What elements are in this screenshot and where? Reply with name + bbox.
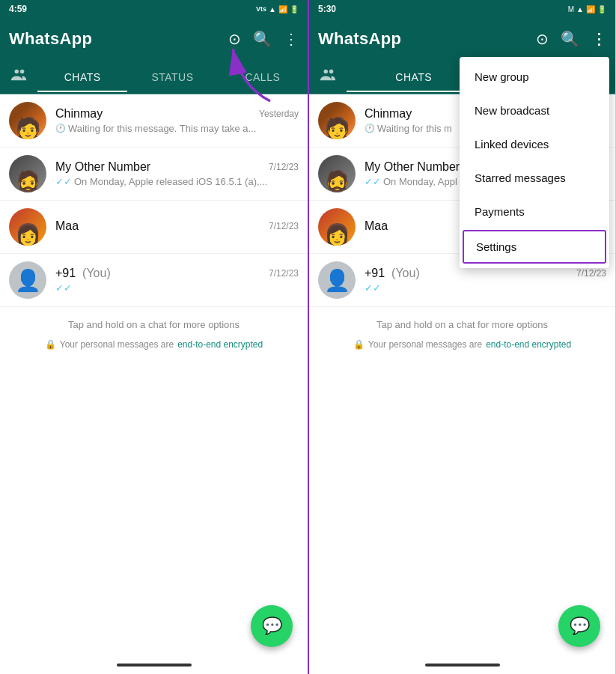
- status-bar-left: 4:59 Vts ▲ 📶 🔋: [0, 0, 308, 18]
- chat-preview-other-left: ✓✓ On Monday, Apple released iOS 16.5.1 …: [55, 176, 299, 187]
- chat-info-chinmay-left: Chinmay Yesterday 🕐 Waiting for this mes…: [55, 107, 299, 134]
- more-options-icon[interactable]: ⋮: [284, 30, 299, 48]
- status-bar-right: 5:30 M ▲ 📶 🔋: [309, 0, 615, 18]
- tab-chats-left[interactable]: Chats: [37, 62, 127, 92]
- status-icons-left: Vts ▲ 📶 🔋: [256, 5, 299, 13]
- app-header-left: WhatsApp ⊙ 🔍 ⋮: [0, 18, 308, 60]
- chat-name-chinmay-left: Chinmay: [55, 107, 103, 121]
- chat-preview-you-left: ✓✓: [55, 282, 299, 294]
- avatar-maa-left: 👩: [9, 208, 46, 246]
- avatar-chinmay-left: 🧑: [9, 102, 46, 139]
- encrypted-notice-right: 🔒 Your personal messages are end-to-end …: [309, 335, 615, 359]
- app-header-right: WhatsApp ⊙ 🔍 ⋮: [309, 18, 615, 60]
- chat-preview-you-right: ✓✓: [365, 282, 606, 294]
- chat-name-other-right: My Other Number: [365, 160, 460, 174]
- avatar-you-right: 👤: [318, 261, 356, 299]
- left-phone-panel: 4:59 Vts ▲ 📶 🔋 WhatsApp ⊙ 🔍 ⋮ Chats Stat…: [0, 0, 308, 674]
- chat-date-other-left: 7/12/23: [269, 162, 299, 172]
- avatar-you-left: 👤: [9, 261, 46, 299]
- fab-icon-left: 💬: [262, 616, 282, 636]
- search-icon[interactable]: 🔍: [253, 30, 272, 48]
- chat-list-left: 🧑 Chinmay Yesterday 🕐 Waiting for this m…: [0, 94, 308, 656]
- dropdown-item-new-group[interactable]: New group: [460, 60, 609, 94]
- dropdown-item-new-broadcast[interactable]: New broadcast: [460, 94, 609, 127]
- chat-date-you-left: 7/12/23: [269, 268, 299, 279]
- tick-icon-other-left: ✓✓: [55, 176, 72, 187]
- bottom-tip-right: Tap and hold on a chat for more options: [309, 307, 615, 335]
- battery-icon-right: 🔋: [597, 5, 606, 13]
- chat-item-chinmay-left[interactable]: 🧑 Chinmay Yesterday 🕐 Waiting for this m…: [0, 94, 308, 148]
- home-bar-right: [425, 664, 500, 667]
- chat-name-chinmay-right: Chinmay: [365, 107, 412, 121]
- wifi-icon-right: ▲: [576, 5, 584, 13]
- avatar-maa-right: 👩: [318, 208, 356, 246]
- clock-icon-chinmay-right: 🕐: [365, 124, 375, 133]
- app-title-right: WhatsApp: [318, 29, 401, 49]
- bottom-tip-left: Tap and hold on a chat for more options: [0, 307, 308, 335]
- tick-icon-you-left: ✓✓: [55, 282, 72, 294]
- tick-icon-you-right: ✓✓: [365, 282, 381, 294]
- search-icon-right[interactable]: 🔍: [561, 30, 579, 48]
- time-right: 5:30: [318, 4, 336, 14]
- lock-icon-right: 🔒: [353, 339, 365, 350]
- signal-icon: 📶: [278, 5, 287, 13]
- chat-item-you-left[interactable]: 👤 +91 (You) 7/12/23 ✓✓: [0, 254, 308, 307]
- dropdown-item-settings[interactable]: Settings: [463, 230, 606, 264]
- svg-point-3: [324, 70, 329, 74]
- chat-name-maa-left: Maa: [55, 219, 79, 233]
- home-bar-left: [117, 664, 192, 667]
- app-title-left: WhatsApp: [9, 29, 92, 49]
- chat-name-maa-right: Maa: [365, 219, 388, 233]
- chat-info-you-right: +91 (You) 7/12/23 ✓✓: [365, 267, 606, 294]
- clock-icon-chinmay: 🕐: [55, 124, 66, 133]
- chat-preview-chinmay-left: 🕐 Waiting for this message. This may tak…: [55, 123, 299, 134]
- dropdown-menu: New group New broadcast Linked devices S…: [460, 57, 609, 268]
- svg-point-0: [15, 70, 19, 74]
- vts-icon: Vts: [256, 5, 266, 13]
- encrypted-link-right[interactable]: end-to-end encrypted: [486, 339, 571, 350]
- m-icon: M: [568, 5, 574, 13]
- chat-info-you-left: +91 (You) 7/12/23 ✓✓: [55, 267, 299, 294]
- time-left: 4:59: [9, 4, 27, 14]
- tabs-bar-left: Chats Status Calls: [0, 60, 308, 94]
- tick-icon-other-right: ✓✓: [365, 176, 381, 187]
- communities-icon-right[interactable]: [309, 67, 347, 87]
- signal-icon-right: 📶: [586, 5, 595, 13]
- chat-name-you-left: +91 (You): [55, 267, 111, 280]
- more-options-icon-right[interactable]: ⋮: [591, 30, 606, 48]
- chat-info-maa-left: Maa 7/12/23: [55, 219, 299, 235]
- encrypted-link-left[interactable]: end-to-end encrypted: [177, 339, 263, 350]
- dropdown-item-payments[interactable]: Payments: [460, 195, 609, 228]
- camera-icon[interactable]: ⊙: [228, 30, 241, 48]
- fab-icon-right: 💬: [570, 616, 590, 636]
- avatar-other-left: 🧔: [9, 155, 46, 192]
- communities-icon-left[interactable]: [0, 67, 37, 87]
- chat-info-other-left: My Other Number 7/12/23 ✓✓ On Monday, Ap…: [55, 160, 299, 187]
- header-icons-right: ⊙ 🔍 ⋮: [536, 30, 606, 48]
- home-indicator-right: [309, 656, 615, 674]
- tab-status-left[interactable]: Status: [127, 62, 217, 92]
- encrypted-notice-left: 🔒 Your personal messages are end-to-end …: [0, 335, 308, 359]
- status-icons-right: M ▲ 📶 🔋: [568, 5, 606, 13]
- dropdown-item-linked-devices[interactable]: Linked devices: [460, 127, 609, 161]
- chat-item-other-left[interactable]: 🧔 My Other Number 7/12/23 ✓✓ On Monday, …: [0, 148, 308, 201]
- fab-left[interactable]: 💬: [251, 605, 293, 647]
- right-phone-panel: 5:30 M ▲ 📶 🔋 WhatsApp ⊙ 🔍 ⋮ Chats S: [308, 0, 615, 674]
- chat-date-chinmay-left: Yesterday: [259, 109, 299, 119]
- battery-icon: 🔋: [290, 5, 299, 13]
- camera-icon-right[interactable]: ⊙: [536, 30, 549, 48]
- chat-date-maa-left: 7/12/23: [269, 221, 299, 231]
- chat-name-you-right: +91 (You): [365, 267, 420, 280]
- avatar-other-right: 🧔: [318, 155, 356, 192]
- fab-right[interactable]: 💬: [558, 605, 600, 647]
- chat-item-maa-left[interactable]: 👩 Maa 7/12/23: [0, 201, 308, 254]
- tab-calls-left[interactable]: Calls: [218, 62, 308, 92]
- chat-name-other-left: My Other Number: [55, 160, 150, 174]
- header-icons-left: ⊙ 🔍 ⋮: [228, 30, 299, 48]
- svg-point-4: [329, 70, 334, 74]
- avatar-chinmay-right: 🧑: [318, 102, 356, 139]
- lock-icon-left: 🔒: [45, 339, 56, 350]
- chat-date-you-right: 7/12/23: [576, 268, 606, 279]
- dropdown-item-starred-messages[interactable]: Starred messages: [460, 161, 609, 195]
- wifi-icon: ▲: [269, 5, 276, 13]
